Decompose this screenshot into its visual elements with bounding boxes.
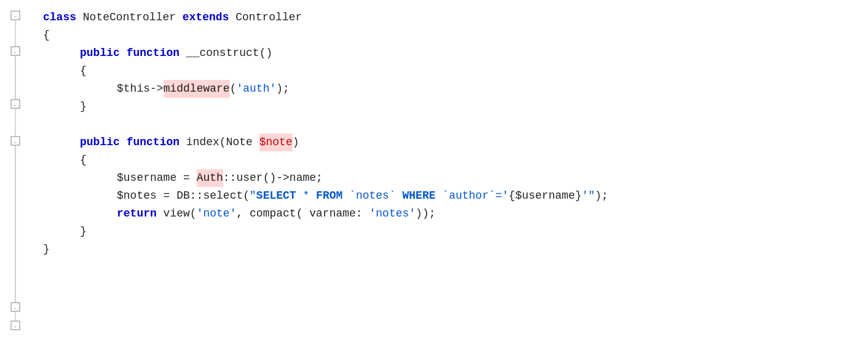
code-line: $this->middleware('auth'); xyxy=(43,80,856,98)
code-line: { xyxy=(43,151,856,169)
code-line: } xyxy=(43,223,856,241)
svg-text:-: - xyxy=(14,49,17,56)
code-line: public function __construct() xyxy=(43,44,856,62)
keyword-extends: extends xyxy=(183,9,229,26)
svg-text:-: - xyxy=(14,102,17,109)
svg-text:-: - xyxy=(14,305,17,312)
code-line: $username = Auth::user()->name; xyxy=(43,169,856,187)
string-sql: "SELECT * FROM `notes` WHERE `author`=' xyxy=(250,187,508,205)
code-line: return view('note', compact( varname: 'n… xyxy=(43,205,856,223)
svg-text:-: - xyxy=(14,14,17,20)
svg-text:-: - xyxy=(14,139,17,146)
string-note: 'note' xyxy=(197,205,237,223)
gutter-svg: - - - - - - xyxy=(0,6,31,342)
code-line: } xyxy=(43,241,856,258)
code-line: { xyxy=(43,26,856,44)
code-line: } xyxy=(43,98,856,116)
string-notes: 'notes' xyxy=(369,205,416,223)
gutter: - - - - - - xyxy=(0,6,31,336)
string-auth: 'auth' xyxy=(236,80,276,98)
code-line: public function index(Note $note) xyxy=(43,133,856,151)
highlight-middleware: middleware xyxy=(164,80,230,98)
highlight-auth: Auth xyxy=(197,169,223,187)
var-note: $note xyxy=(259,133,293,151)
keyword-return: return xyxy=(117,205,157,223)
keyword-class: class xyxy=(43,9,76,26)
keyword-function: function xyxy=(127,44,180,62)
code-line xyxy=(43,116,856,133)
keyword-function: function xyxy=(127,133,180,151)
code-line: { xyxy=(43,62,856,80)
code-line: $notes = DB::select("SELECT * FROM `note… xyxy=(43,187,856,205)
svg-text:-: - xyxy=(14,324,17,330)
code-editor: - - - - - - class NoteContr xyxy=(0,0,868,342)
code-line: class NoteController extends Controller xyxy=(43,9,856,26)
code-content: class NoteController extends Controller … xyxy=(31,6,868,336)
keyword-public: public xyxy=(80,44,120,62)
keyword-public: public xyxy=(80,133,120,151)
